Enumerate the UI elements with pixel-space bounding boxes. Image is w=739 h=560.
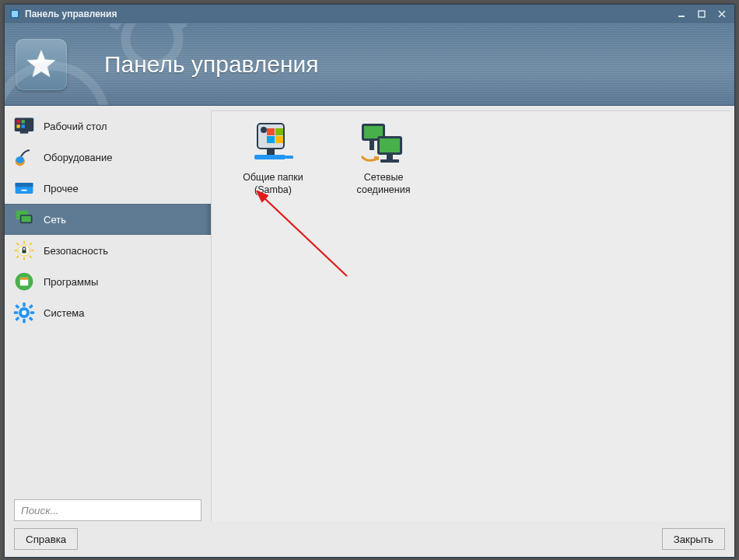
svg-line-60 (263, 197, 347, 276)
desktop-icon (12, 114, 36, 138)
control-panel-window: Панель управления Панель управления (4, 4, 735, 558)
titlebar: Панель управления (5, 5, 734, 23)
sidebar-item-label: Сеть (44, 214, 66, 226)
svg-rect-3 (699, 11, 705, 17)
svg-rect-29 (22, 250, 26, 253)
main-panel: Общие папки (Samba) (211, 110, 730, 521)
svg-rect-10 (22, 124, 25, 128)
svg-rect-1 (12, 11, 18, 17)
app-grid: Общие папки (Samba) (212, 111, 730, 207)
app-icon (9, 9, 20, 19)
footer: Справка Закрыть (5, 521, 734, 557)
sidebar-item-network[interactable]: Сеть (5, 204, 211, 235)
sidebar-item-security[interactable]: Безопасность (5, 235, 211, 266)
svg-rect-40 (29, 304, 33, 309)
svg-rect-11 (20, 131, 29, 134)
svg-rect-41 (15, 317, 19, 321)
samba-icon (248, 122, 298, 166)
svg-line-27 (16, 256, 19, 258)
body: Рабочий стол Оборудование (5, 106, 734, 521)
svg-rect-56 (370, 141, 374, 150)
svg-rect-59 (374, 156, 379, 160)
app-samba-shares[interactable]: Общие папки (Samba) (230, 122, 316, 196)
sidebar-item-software[interactable]: Программы (5, 266, 211, 297)
svg-rect-58 (380, 159, 399, 163)
svg-rect-50 (254, 155, 285, 159)
svg-point-42 (22, 310, 26, 315)
svg-point-44 (261, 127, 267, 133)
app-label-line2: соединения (341, 184, 426, 197)
maximize-button[interactable] (694, 8, 709, 20)
sidebar-item-label: Безопасность (44, 245, 108, 257)
search-input[interactable] (14, 499, 201, 521)
help-button[interactable]: Справка (14, 528, 78, 550)
search-wrap (5, 492, 211, 521)
svg-rect-34 (23, 303, 26, 306)
svg-rect-55 (380, 138, 400, 152)
svg-line-24 (16, 243, 19, 245)
gear-icon (12, 301, 36, 324)
drawer-icon (12, 177, 36, 200)
star-badge-icon (16, 39, 67, 90)
banner-title: Панель управления (104, 51, 319, 78)
svg-rect-45 (267, 128, 275, 135)
svg-rect-47 (267, 136, 275, 143)
app-label-line1: Сетевые (341, 172, 426, 184)
svg-rect-46 (275, 128, 283, 135)
svg-rect-39 (29, 317, 33, 321)
sidebar: Рабочий стол Оборудование (5, 106, 211, 521)
sidebar-item-label: Рабочий стол (44, 121, 107, 132)
network-icon (12, 208, 36, 231)
svg-rect-57 (387, 155, 393, 159)
app-label-line1: Общие папки (230, 172, 316, 184)
sidebar-item-label: Программы (44, 276, 98, 288)
svg-rect-15 (16, 183, 33, 187)
sidebar-list: Рабочий стол Оборудование (5, 110, 211, 492)
svg-rect-9 (16, 124, 19, 128)
window-title: Панель управления (25, 9, 117, 19)
sidebar-item-label: Оборудование (44, 152, 112, 163)
svg-rect-19 (22, 216, 31, 222)
svg-line-25 (30, 256, 32, 258)
svg-rect-7 (16, 120, 19, 123)
svg-rect-48 (275, 136, 283, 143)
sidebar-item-hardware[interactable]: Оборудование (5, 142, 211, 173)
sidebar-item-system[interactable]: Система (5, 297, 211, 328)
lock-sun-icon (12, 239, 36, 262)
svg-rect-49 (267, 149, 275, 155)
svg-rect-32 (20, 278, 29, 280)
sidebar-item-desktop[interactable]: Рабочий стол (5, 110, 211, 142)
close-button[interactable] (714, 8, 730, 20)
svg-rect-38 (15, 304, 19, 309)
close-dialog-button[interactable]: Закрыть (662, 528, 725, 550)
app-network-connections[interactable]: Сетевые соединения (341, 122, 426, 196)
svg-rect-8 (22, 120, 25, 123)
svg-rect-36 (14, 311, 18, 314)
svg-line-26 (30, 243, 32, 245)
network-connections-icon (359, 122, 408, 166)
sidebar-item-misc[interactable]: Прочее (5, 173, 211, 204)
svg-rect-35 (23, 319, 26, 323)
svg-rect-2 (678, 16, 685, 17)
mouse-icon (12, 145, 36, 169)
svg-point-13 (16, 156, 25, 163)
svg-rect-51 (285, 156, 293, 159)
svg-rect-16 (22, 190, 27, 191)
minimize-button[interactable] (674, 8, 689, 20)
banner: Панель управления (5, 23, 734, 106)
app-label-line2: (Samba) (230, 184, 316, 197)
svg-rect-37 (30, 311, 34, 314)
sidebar-item-label: Прочее (44, 183, 79, 194)
sidebar-item-label: Система (44, 307, 84, 319)
box-icon (12, 270, 36, 293)
